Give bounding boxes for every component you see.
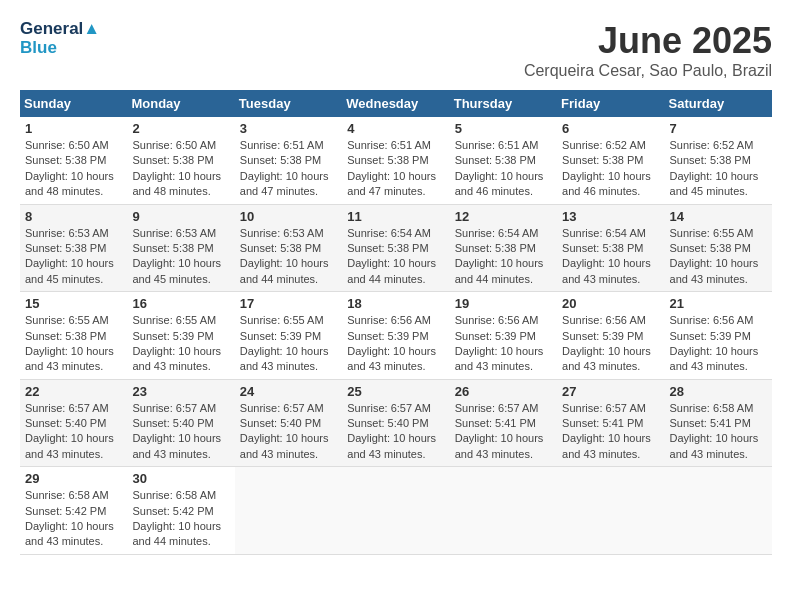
calendar-cell: 3 Sunrise: 6:51 AM Sunset: 5:38 PM Dayli… [235, 117, 342, 204]
day-info: Sunrise: 6:57 AM Sunset: 5:40 PM Dayligh… [240, 401, 337, 463]
calendar-cell: 7 Sunrise: 6:52 AM Sunset: 5:38 PM Dayli… [665, 117, 772, 204]
calendar-cell: 6 Sunrise: 6:52 AM Sunset: 5:38 PM Dayli… [557, 117, 664, 204]
day-number: 16 [132, 296, 229, 311]
day-info: Sunrise: 6:57 AM Sunset: 5:41 PM Dayligh… [455, 401, 552, 463]
calendar-header-row: SundayMondayTuesdayWednesdayThursdayFrid… [20, 90, 772, 117]
day-number: 25 [347, 384, 444, 399]
day-number: 2 [132, 121, 229, 136]
day-number: 29 [25, 471, 122, 486]
day-info: Sunrise: 6:55 AM Sunset: 5:38 PM Dayligh… [670, 226, 767, 288]
day-info: Sunrise: 6:55 AM Sunset: 5:39 PM Dayligh… [132, 313, 229, 375]
calendar-cell [235, 467, 342, 555]
day-number: 23 [132, 384, 229, 399]
calendar-cell: 8 Sunrise: 6:53 AM Sunset: 5:38 PM Dayli… [20, 204, 127, 292]
day-number: 19 [455, 296, 552, 311]
day-info: Sunrise: 6:58 AM Sunset: 5:41 PM Dayligh… [670, 401, 767, 463]
calendar-cell: 23 Sunrise: 6:57 AM Sunset: 5:40 PM Dayl… [127, 379, 234, 467]
calendar-cell: 20 Sunrise: 6:56 AM Sunset: 5:39 PM Dayl… [557, 292, 664, 380]
calendar-week-row: 29 Sunrise: 6:58 AM Sunset: 5:42 PM Dayl… [20, 467, 772, 555]
day-number: 1 [25, 121, 122, 136]
calendar-cell: 25 Sunrise: 6:57 AM Sunset: 5:40 PM Dayl… [342, 379, 449, 467]
col-header-monday: Monday [127, 90, 234, 117]
calendar-cell [342, 467, 449, 555]
page-header: General▲ Blue June 2025 Cerqueira Cesar,… [20, 20, 772, 80]
logo: General▲ Blue [20, 20, 100, 57]
day-info: Sunrise: 6:51 AM Sunset: 5:38 PM Dayligh… [455, 138, 552, 200]
day-number: 18 [347, 296, 444, 311]
col-header-sunday: Sunday [20, 90, 127, 117]
day-number: 28 [670, 384, 767, 399]
calendar-week-row: 22 Sunrise: 6:57 AM Sunset: 5:40 PM Dayl… [20, 379, 772, 467]
day-number: 5 [455, 121, 552, 136]
day-info: Sunrise: 6:57 AM Sunset: 5:40 PM Dayligh… [25, 401, 122, 463]
day-number: 6 [562, 121, 659, 136]
calendar-cell: 17 Sunrise: 6:55 AM Sunset: 5:39 PM Dayl… [235, 292, 342, 380]
day-number: 27 [562, 384, 659, 399]
calendar-cell [665, 467, 772, 555]
day-info: Sunrise: 6:56 AM Sunset: 5:39 PM Dayligh… [455, 313, 552, 375]
day-number: 12 [455, 209, 552, 224]
calendar-cell: 18 Sunrise: 6:56 AM Sunset: 5:39 PM Dayl… [342, 292, 449, 380]
day-info: Sunrise: 6:52 AM Sunset: 5:38 PM Dayligh… [562, 138, 659, 200]
calendar-week-row: 1 Sunrise: 6:50 AM Sunset: 5:38 PM Dayli… [20, 117, 772, 204]
day-number: 9 [132, 209, 229, 224]
day-number: 7 [670, 121, 767, 136]
day-info: Sunrise: 6:53 AM Sunset: 5:38 PM Dayligh… [132, 226, 229, 288]
day-info: Sunrise: 6:53 AM Sunset: 5:38 PM Dayligh… [25, 226, 122, 288]
day-number: 3 [240, 121, 337, 136]
calendar-cell: 24 Sunrise: 6:57 AM Sunset: 5:40 PM Dayl… [235, 379, 342, 467]
calendar-cell: 22 Sunrise: 6:57 AM Sunset: 5:40 PM Dayl… [20, 379, 127, 467]
day-info: Sunrise: 6:52 AM Sunset: 5:38 PM Dayligh… [670, 138, 767, 200]
calendar-cell: 1 Sunrise: 6:50 AM Sunset: 5:38 PM Dayli… [20, 117, 127, 204]
day-info: Sunrise: 6:56 AM Sunset: 5:39 PM Dayligh… [670, 313, 767, 375]
calendar-cell: 16 Sunrise: 6:55 AM Sunset: 5:39 PM Dayl… [127, 292, 234, 380]
calendar-cell: 11 Sunrise: 6:54 AM Sunset: 5:38 PM Dayl… [342, 204, 449, 292]
col-header-friday: Friday [557, 90, 664, 117]
calendar-cell: 2 Sunrise: 6:50 AM Sunset: 5:38 PM Dayli… [127, 117, 234, 204]
calendar-cell [557, 467, 664, 555]
day-number: 15 [25, 296, 122, 311]
day-info: Sunrise: 6:54 AM Sunset: 5:38 PM Dayligh… [347, 226, 444, 288]
day-info: Sunrise: 6:51 AM Sunset: 5:38 PM Dayligh… [347, 138, 444, 200]
day-number: 24 [240, 384, 337, 399]
calendar-cell [450, 467, 557, 555]
calendar-cell: 30 Sunrise: 6:58 AM Sunset: 5:42 PM Dayl… [127, 467, 234, 555]
col-header-saturday: Saturday [665, 90, 772, 117]
calendar-cell: 15 Sunrise: 6:55 AM Sunset: 5:38 PM Dayl… [20, 292, 127, 380]
calendar-cell: 14 Sunrise: 6:55 AM Sunset: 5:38 PM Dayl… [665, 204, 772, 292]
col-header-wednesday: Wednesday [342, 90, 449, 117]
location: Cerqueira Cesar, Sao Paulo, Brazil [524, 62, 772, 80]
day-number: 8 [25, 209, 122, 224]
day-number: 20 [562, 296, 659, 311]
calendar-cell: 28 Sunrise: 6:58 AM Sunset: 5:41 PM Dayl… [665, 379, 772, 467]
logo-text: General▲ Blue [20, 20, 100, 57]
day-info: Sunrise: 6:56 AM Sunset: 5:39 PM Dayligh… [347, 313, 444, 375]
calendar-cell: 26 Sunrise: 6:57 AM Sunset: 5:41 PM Dayl… [450, 379, 557, 467]
day-number: 17 [240, 296, 337, 311]
title-block: June 2025 Cerqueira Cesar, Sao Paulo, Br… [524, 20, 772, 80]
calendar-week-row: 15 Sunrise: 6:55 AM Sunset: 5:38 PM Dayl… [20, 292, 772, 380]
day-number: 14 [670, 209, 767, 224]
day-info: Sunrise: 6:58 AM Sunset: 5:42 PM Dayligh… [132, 488, 229, 550]
day-info: Sunrise: 6:58 AM Sunset: 5:42 PM Dayligh… [25, 488, 122, 550]
calendar-cell: 19 Sunrise: 6:56 AM Sunset: 5:39 PM Dayl… [450, 292, 557, 380]
calendar-table: SundayMondayTuesdayWednesdayThursdayFrid… [20, 90, 772, 555]
calendar-cell: 9 Sunrise: 6:53 AM Sunset: 5:38 PM Dayli… [127, 204, 234, 292]
day-info: Sunrise: 6:50 AM Sunset: 5:38 PM Dayligh… [132, 138, 229, 200]
day-info: Sunrise: 6:53 AM Sunset: 5:38 PM Dayligh… [240, 226, 337, 288]
calendar-cell: 5 Sunrise: 6:51 AM Sunset: 5:38 PM Dayli… [450, 117, 557, 204]
calendar-week-row: 8 Sunrise: 6:53 AM Sunset: 5:38 PM Dayli… [20, 204, 772, 292]
day-info: Sunrise: 6:54 AM Sunset: 5:38 PM Dayligh… [562, 226, 659, 288]
calendar-cell: 29 Sunrise: 6:58 AM Sunset: 5:42 PM Dayl… [20, 467, 127, 555]
day-info: Sunrise: 6:55 AM Sunset: 5:39 PM Dayligh… [240, 313, 337, 375]
day-number: 21 [670, 296, 767, 311]
day-info: Sunrise: 6:57 AM Sunset: 5:40 PM Dayligh… [132, 401, 229, 463]
day-number: 22 [25, 384, 122, 399]
month-title: June 2025 [524, 20, 772, 62]
calendar-cell: 4 Sunrise: 6:51 AM Sunset: 5:38 PM Dayli… [342, 117, 449, 204]
day-info: Sunrise: 6:51 AM Sunset: 5:38 PM Dayligh… [240, 138, 337, 200]
day-number: 30 [132, 471, 229, 486]
day-info: Sunrise: 6:55 AM Sunset: 5:38 PM Dayligh… [25, 313, 122, 375]
day-info: Sunrise: 6:50 AM Sunset: 5:38 PM Dayligh… [25, 138, 122, 200]
calendar-cell: 27 Sunrise: 6:57 AM Sunset: 5:41 PM Dayl… [557, 379, 664, 467]
